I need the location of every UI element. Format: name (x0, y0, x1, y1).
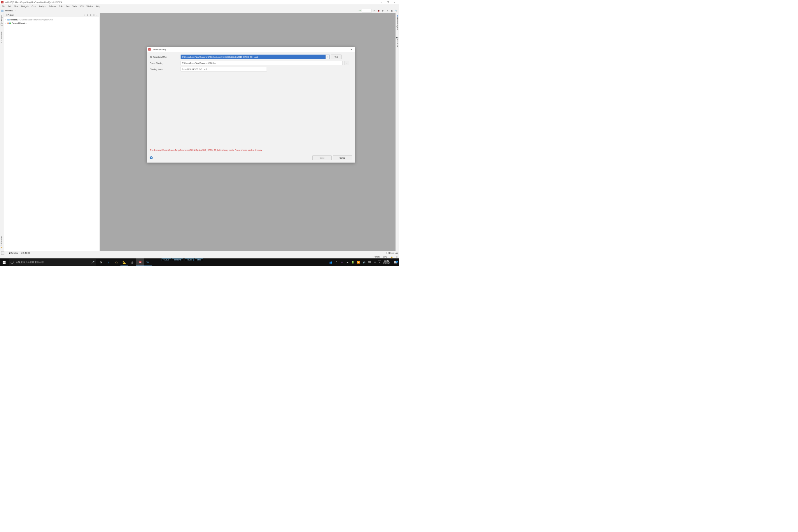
coverage-icon[interactable]: ▶ (381, 9, 385, 12)
menu-help[interactable]: Help (95, 5, 101, 8)
app-edge[interactable]: e (105, 259, 113, 266)
project-tree: ▷ untitled2 C:\Users\Super-Tang\IdeaProj… (3, 17, 100, 251)
tab-structure[interactable]: 7: Structure (0, 31, 3, 44)
test-button[interactable]: Test (331, 55, 342, 59)
window-title: untitled2 [C:\Users\Super-Tang\IdeaProje… (5, 1, 378, 3)
cancel-button[interactable]: Cancel (333, 156, 352, 160)
app-matlab[interactable]: 📐 TABLE SPHERE HELIX GRID (120, 259, 128, 266)
debug-icon[interactable]: 🐞 (377, 9, 380, 12)
windows-taskbar: 在这里输入你要搜索的内容 🎤 ⧉ e 🗂 📐 TABLE SPHERE HELI… (0, 259, 399, 266)
run-config-dropdown[interactable] (362, 9, 372, 12)
mic-icon[interactable]: 🎤 (91, 261, 95, 264)
app-obs[interactable]: ◎ (128, 259, 136, 266)
sync-icon[interactable]: ↓1001 (358, 9, 361, 12)
app-vscode[interactable]: ≫ (144, 259, 152, 266)
taskview-button[interactable]: ⧉ (97, 259, 105, 266)
volume-icon[interactable]: 🔊 (361, 261, 367, 264)
minimize-button[interactable]: ━ (378, 0, 384, 4)
clock-time: 11:41 (383, 260, 390, 262)
editor-area: IJ Clone Repository ✕ Git Repository URL… (100, 13, 396, 251)
menu-view[interactable]: View (13, 5, 20, 8)
wifi-icon[interactable]: 📶 (356, 261, 361, 264)
tree-root-name: untitled2 (11, 18, 18, 21)
battery-icon[interactable]: 🔋 (350, 261, 356, 264)
tab-terminal[interactable]: ▣Terminal (9, 252, 18, 254)
project-tool-window: Project ▾ ⊕ ≑ ✲ →| ▷ untitled2 C:\Users\… (3, 13, 100, 251)
onenote-icon[interactable]: N (339, 261, 345, 264)
menu-edit[interactable]: Edit (6, 5, 13, 8)
app-explorer[interactable]: 🗂 (113, 259, 120, 266)
tab-maven[interactable]: mMaven Projects (396, 14, 399, 31)
expand-arrow-icon[interactable]: ▷ (4, 22, 6, 24)
lock-icon[interactable]: 🔓 (391, 256, 393, 258)
dir-name-input[interactable] (181, 67, 267, 72)
scroll-from-source-icon[interactable]: ⊕ (86, 14, 89, 17)
url-dropdown-button[interactable]: ▾ (326, 55, 329, 59)
menu-window[interactable]: Window (85, 5, 95, 8)
action-center-button[interactable]: 3 (392, 261, 399, 264)
menu-bar: File Edit View Navigate Code Analyze Ref… (0, 4, 399, 8)
search-placeholder: 在这里输入你要搜索的内容 (16, 261, 89, 264)
cmd-table[interactable]: TABLE (162, 259, 171, 261)
project-panel-title[interactable]: Project (7, 14, 83, 16)
tool-windows-toggle[interactable] (1, 251, 4, 254)
system-tray: 👥 ˄ N ☁ 🔋 📶 🔊 ⌨ 中 M 11:41 2018/3/3 3 (328, 259, 399, 266)
menu-build[interactable]: Build (57, 5, 64, 8)
window-titlebar: IJ untitled2 [C:\Users\Super-Tang\IdeaPr… (0, 0, 399, 4)
tab-todo[interactable]: ☑6: TODO (21, 252, 31, 254)
menu-refactor[interactable]: Refactor (47, 5, 57, 8)
tree-root[interactable]: ▷ untitled2 C:\Users\Super-Tang\IdeaProj… (4, 18, 99, 21)
status-line-col: 1:78 (383, 256, 387, 258)
ime-lang-icon[interactable]: 中 (373, 261, 378, 264)
tab-favorites[interactable]: 2: Favorites (0, 235, 3, 249)
tray-chevron-icon[interactable]: ˄ (334, 261, 339, 264)
menu-analyze[interactable]: Analyze (38, 5, 47, 8)
menu-tools[interactable]: Tools (71, 5, 78, 8)
menu-code[interactable]: Code (30, 5, 38, 8)
tab-ant[interactable]: 🐜Ant Build (396, 36, 399, 48)
tab-project[interactable]: 1: Project (0, 14, 3, 26)
app-intellij[interactable]: IJ (136, 259, 144, 266)
git-url-input[interactable] (181, 55, 329, 59)
collapse-all-icon[interactable]: ≑ (89, 14, 92, 17)
gear-icon[interactable]: ✲ (93, 14, 95, 17)
expand-arrow-icon[interactable]: ▷ (4, 19, 6, 20)
memory-indicator[interactable]: ▯ (396, 256, 398, 258)
close-button[interactable]: ✕ (391, 0, 398, 4)
start-button[interactable] (0, 259, 8, 266)
maximize-button[interactable]: ❐ (384, 0, 391, 4)
intellij-icon: IJ (1, 1, 3, 3)
dialog-close-button[interactable]: ✕ (349, 47, 354, 52)
people-icon[interactable]: 👥 (328, 261, 334, 264)
dialog-titlebar: IJ Clone Repository ✕ (147, 47, 355, 52)
clone-button[interactable]: Clone (313, 156, 331, 160)
taskbar-search[interactable]: 在这里输入你要搜索的内容 🎤 (9, 259, 96, 265)
libraries-icon: ▮▮▮▮ (7, 22, 11, 24)
layout-icon[interactable]: ◧ (390, 9, 394, 12)
menu-navigate[interactable]: Navigate (20, 5, 30, 8)
onedrive-icon[interactable]: ☁ (345, 261, 350, 264)
stop-icon[interactable]: ■ (385, 9, 389, 12)
search-icon[interactable]: 🔍 (394, 9, 398, 12)
event-log-button[interactable]: 💬Event Log (386, 252, 398, 254)
chevron-down-icon[interactable]: ▾ (83, 14, 86, 16)
menu-vcs[interactable]: VCS (78, 5, 85, 8)
navigation-toolbar: untitled2 〉 ↓1001 ▶ 🐞 ▶ ■ ◧ 🔍 (0, 8, 399, 13)
todo-icon: ☑ (21, 252, 22, 254)
run-icon[interactable]: ▶ (373, 9, 376, 12)
cmd-helix[interactable]: HELIX (185, 259, 193, 261)
breadcrumb-root[interactable]: untitled2 (4, 10, 14, 12)
keyboard-icon[interactable]: ⌨ (367, 261, 373, 264)
help-icon[interactable]: ? (150, 156, 153, 159)
cmd-grid[interactable]: GRID (195, 259, 203, 261)
menu-file[interactable]: File (1, 5, 6, 8)
menu-run[interactable]: Run (64, 5, 71, 8)
browse-button[interactable]: ... (344, 61, 349, 65)
notification-badge: 3 (396, 261, 398, 263)
taskbar-clock[interactable]: 11:41 2018/3/3 (381, 260, 392, 265)
tree-external-libraries[interactable]: ▷ ▮▮▮▮ External Libraries (4, 21, 99, 25)
ime-mode-icon[interactable]: M (378, 261, 381, 264)
parent-dir-input[interactable] (181, 61, 343, 65)
hide-icon[interactable]: →| (96, 14, 99, 17)
cmd-sphere[interactable]: SPHERE (172, 259, 184, 261)
